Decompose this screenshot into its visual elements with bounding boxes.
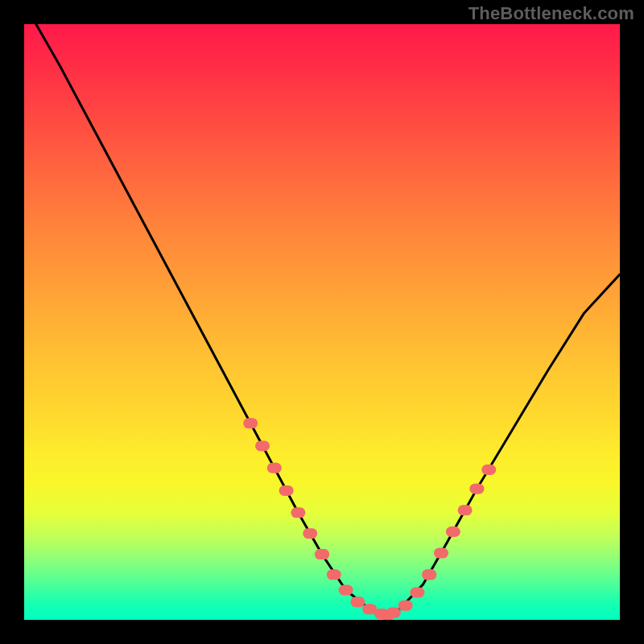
highlight-dot [315, 549, 329, 559]
plot-area [24, 24, 620, 620]
highlight-dot [279, 485, 294, 496]
highlight-dot [339, 585, 353, 596]
highlight-dot [481, 464, 496, 475]
highlight-dot [267, 463, 282, 473]
chart-frame: TheBottleneck.com [0, 0, 644, 644]
main-curve-path [36, 24, 620, 615]
highlight-dot [446, 526, 460, 537]
highlight-dot [291, 507, 305, 518]
highlight-dot [303, 528, 317, 539]
highlight-dot [327, 569, 341, 580]
highlight-dot [255, 440, 270, 451]
highlight-dot [434, 548, 448, 559]
highlight-dot [243, 418, 258, 428]
highlight-dot [422, 569, 436, 580]
highlight-dot [398, 601, 413, 611]
highlight-dot [386, 608, 401, 618]
watermark-text: TheBottleneck.com [469, 3, 634, 24]
highlight-dots [243, 418, 496, 620]
highlight-dot [350, 597, 365, 607]
highlight-dot [469, 484, 484, 494]
highlight-dot [410, 588, 424, 598]
highlight-dot [458, 505, 473, 515]
curve-svg [24, 24, 620, 620]
